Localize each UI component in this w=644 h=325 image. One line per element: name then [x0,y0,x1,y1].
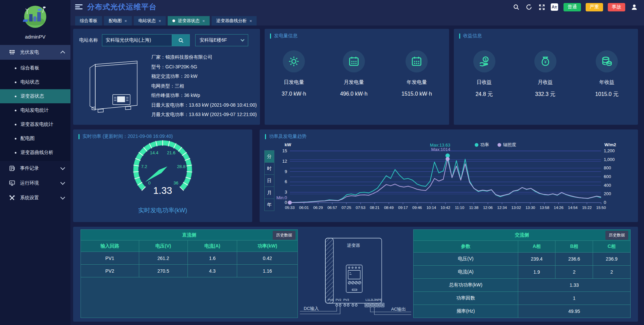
sidebar-item-3[interactable]: 系统设置 [0,191,70,205]
svg-text:9: 9 [285,169,287,174]
svg-text:05:33: 05:33 [285,206,295,210]
alarm-level-button-0[interactable]: 普通 [564,3,581,11]
tab-0[interactable]: 综合看板 [75,16,102,25]
ac-column-header: 参数 [414,240,518,252]
stat-item: 年发电量 1515.0 kW·h [401,50,432,97]
sidebar-subitem-label: 电站状态 [20,79,39,85]
svg-text:09:46: 09:46 [412,206,422,210]
stat-label: 月收益 [534,79,556,86]
collapse-menu-icon[interactable] [75,4,83,10]
language-switch-icon[interactable]: A文 [551,3,558,11]
close-icon[interactable]: × [202,18,205,23]
time-granularity-时[interactable]: 时 [264,162,274,175]
svg-text:3: 3 [285,189,287,195]
sidebar-subitem[interactable]: 逆变器发电统计 [0,117,70,131]
stat-label: 日收益 [473,79,495,86]
building-select-value: 安科瑞E楼6F [200,37,227,43]
user-avatar-icon[interactable] [631,3,638,11]
alarm-level-button-2[interactable]: 事故 [608,3,625,11]
close-icon[interactable]: × [159,18,161,23]
accent-bar [265,134,266,139]
sidebar-subitem[interactable]: 逆变器曲线分析 [0,146,70,160]
station-search-button[interactable] [172,34,190,46]
station-search-input[interactable] [102,34,172,46]
sidebar-subitem[interactable]: 综合看板 [0,61,70,75]
ac-cell: 1.9 [518,265,555,278]
dc-cell: PV1 [81,252,139,265]
svg-text:08:49: 08:49 [384,206,394,210]
close-icon[interactable]: × [250,18,252,23]
time-granularity-年[interactable]: 年 [264,199,274,211]
ac-history-button[interactable]: 历史数据 [605,231,628,240]
bullet-dot-icon [15,96,16,97]
ac-table-row: 电压(V)239.4236.6236.9 [414,252,631,265]
pv-grid-icon [9,49,15,56]
time-granularity-分[interactable]: 分 [264,150,274,163]
svg-text:Min:0: Min:0 [276,195,287,200]
diagram-ac-ports-label: L1L2L3NPE [366,298,382,302]
sidebar-item-1[interactable]: 事件记录 [0,161,70,176]
svg-text:6: 6 [285,179,287,184]
svg-text:11:10: 11:10 [455,206,464,210]
gauge-caption: 实时发电功率(kW) [73,206,252,214]
realtime-power-panel: 实时功率 (更新时间：2021-09-08 16:09:40) 07.214.4… [73,129,252,222]
sidebar-subitem[interactable]: 配电图 [0,131,70,146]
sidebar-subitem[interactable]: 电站状态 [0,75,70,89]
sidebar-subitem-label: 逆变器曲线分析 [20,150,53,156]
sidebar-item-label: 事件记录 [20,165,61,171]
sidebar-item-0[interactable]: 光伏发电 [0,45,70,60]
chevron-up-icon [60,51,65,55]
time-granularity-日[interactable]: 日 [264,174,274,187]
app-title: 分布式光伏运维平台 [87,2,157,12]
close-icon[interactable]: × [124,18,127,23]
station-info-panel: 电站名称 安科瑞E楼6F [73,29,260,125]
dc-cell: 261.2 [139,252,187,265]
tab-1[interactable]: 配电图× [104,16,132,25]
tab-label: 逆变器状态 [178,18,200,24]
ac-cell: 2 [593,265,631,278]
search-icon[interactable] [513,3,520,11]
dc-cell: 4.3 [187,265,237,277]
time-granularity-月[interactable]: 月 [264,186,274,199]
sidebar-subitem[interactable]: 电站发电统计 [0,103,70,117]
chevron-down-icon [60,195,65,200]
coins-icon [596,50,618,72]
refresh-icon[interactable] [525,3,533,11]
svg-text:辐照度: 辐照度 [503,142,516,147]
active-tab-dot-icon [172,19,175,22]
dc-table-row: PV2270.54.31.16 [81,265,298,277]
fullscreen-icon[interactable] [538,3,545,11]
svg-text:13:30: 13:30 [526,206,535,210]
settings-icon [9,195,15,201]
tab-2[interactable]: 电站状态× [134,16,166,25]
svg-text:07:25: 07:25 [341,206,351,210]
inverter-spec-line: 月最大发电功率：13.63 kW (2021-09-07 12:21:00) [151,110,257,119]
dc-column-header: 电流(A) [187,240,237,252]
ac-table-row: 功率因数1 [414,291,631,305]
dc-cell: PV2 [81,265,139,277]
inverter-spec-list: 厂家：锦浪科技股份有限公司型号：GCI-3P20K-5G额定交流功率：20 kW… [151,51,257,119]
diagram-dc-input-label: DC输入 [304,306,319,311]
sidebar-item-2[interactable]: 运行环境 [0,176,70,191]
accent-bar [459,34,460,39]
building-select[interactable]: 安科瑞E楼6F [195,34,248,46]
ac-table-row: 总有功功率(kW)1.33 [414,278,631,291]
sidebar-menu: 光伏发电 综合看板电站状态逆变器状态电站发电统计逆变器发电统计配电图逆变器曲线分… [0,45,70,205]
sidebar-item-label: 光伏发电 [20,49,61,55]
dc-cell: 1.16 [237,265,298,277]
tab-4[interactable]: 逆变器曲线分析× [212,16,257,25]
svg-text:PV1PV2PV3: PV1PV2PV3 [328,298,349,302]
sidebar-subitem[interactable]: 逆变器状态 [0,89,70,103]
bullet-dot-icon [15,152,16,154]
svg-text:28.8: 28.8 [177,164,185,169]
svg-text:11:38: 11:38 [469,206,478,210]
tab-3[interactable]: 逆变器状态× [168,16,210,25]
alarm-level-button-1[interactable]: 严重 [586,3,603,11]
inverter-spec-line: 组件峰值功率：36 kWp [151,91,257,100]
dc-side-table: 直流侧 历史数据输入回路电压(V)电流(A)功率(kW)PV1261.21.60… [80,229,298,318]
svg-text:1,000: 1,000 [604,157,615,162]
svg-text:0: 0 [604,200,606,205]
power-trend-chart: 0369121502004006008001,0001,20005:3306:0… [274,141,623,213]
dc-history-button[interactable]: 历史数据 [273,231,296,240]
ac-cell: 1 [518,291,630,305]
